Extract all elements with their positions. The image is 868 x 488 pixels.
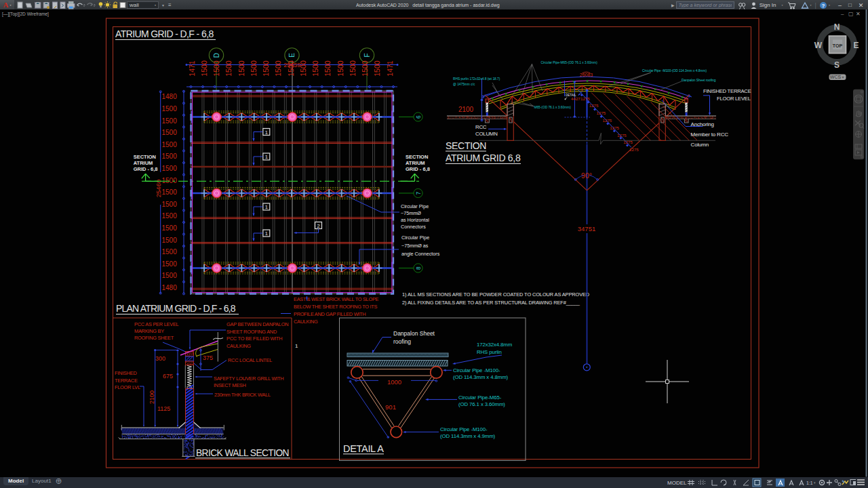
svg-text:1) ALL MS SECTIONS ARE TO BE P: 1) ALL MS SECTIONS ARE TO BE POWDER COAT… — [402, 291, 589, 298]
svg-text:Circular Pipe -M100-(OD 114.3m: Circular Pipe -M100-(OD 114.3mm x 4.8mm) — [642, 69, 707, 73]
svg-text:(OD 114.3mm x 4.8mm): (OD 114.3mm x 4.8mm) — [453, 374, 509, 380]
svg-text:1500: 1500 — [162, 105, 178, 113]
svg-text:1:1: 1:1 — [806, 481, 813, 485]
svg-text:PCC AS PER LEVEL: PCC AS PER LEVEL — [134, 321, 179, 327]
svg-text:GRID - 6,8: GRID - 6,8 — [406, 166, 430, 172]
svg-text:RCC: RCC — [475, 124, 487, 130]
svg-text:1500: 1500 — [224, 60, 233, 77]
svg-text:E: E — [288, 53, 296, 58]
svg-text:4427: 4427 — [571, 96, 580, 101]
svg-text:1500: 1500 — [200, 60, 208, 77]
svg-text:SECTION: SECTION — [134, 154, 156, 160]
svg-text:as Horizontal: as Horizontal — [401, 217, 429, 223]
svg-text:1500: 1500 — [323, 60, 332, 77]
svg-text:RHS purlin 172x32x4.8 (wt 18.7: RHS purlin 172x32x4.8 (wt 18.7) — [453, 77, 500, 81]
svg-text:1275: 1275 — [617, 133, 627, 138]
svg-text:Member to RCC: Member to RCC — [691, 131, 729, 138]
svg-text:M65-(OD 76.1 x 3.60mm): M65-(OD 76.1 x 3.60mm) — [534, 106, 571, 109]
svg-text:ATRIUM GRID 6,8: ATRIUM GRID 6,8 — [446, 152, 521, 163]
svg-text:PLAN ATRIUM GRID - D,F - 6,8: PLAN ATRIUM GRID - D,F - 6,8 — [116, 303, 236, 314]
svg-text:1: 1 — [265, 230, 268, 237]
svg-text:Danpalon Sheet roofing: Danpalon Sheet roofing — [682, 79, 716, 82]
svg-text:W: W — [814, 41, 823, 50]
svg-text:1500: 1500 — [162, 260, 178, 268]
svg-text:S: S — [834, 60, 840, 70]
svg-text:GRID - 6,8: GRID - 6,8 — [134, 166, 158, 172]
svg-text:1500: 1500 — [162, 248, 178, 256]
svg-text:7: 7 — [415, 191, 422, 195]
svg-text:1480: 1480 — [162, 284, 178, 291]
svg-text:1: 1 — [265, 154, 268, 160]
svg-text:RCC LOCAL LINTEL: RCC LOCAL LINTEL — [228, 357, 272, 363]
svg-text:DETAIL A: DETAIL A — [343, 443, 384, 454]
svg-text:E: E — [853, 41, 859, 50]
svg-text:1500: 1500 — [373, 60, 381, 77]
svg-text:1471: 1471 — [188, 60, 196, 77]
svg-text:1500: 1500 — [162, 272, 178, 279]
svg-text:1500: 1500 — [162, 129, 178, 136]
svg-text:8: 8 — [415, 266, 422, 270]
svg-text:Circular Pipe -M100-: Circular Pipe -M100- — [453, 367, 500, 373]
svg-text:1500: 1500 — [336, 60, 344, 77]
svg-text:PROFILE AND GAP FILLED WITH: PROFILE AND GAP FILLED WITH — [294, 311, 366, 317]
svg-text:1500: 1500 — [349, 60, 357, 77]
svg-text:675: 675 — [163, 373, 173, 380]
svg-text:GAP BETWEEN DANPALON: GAP BETWEEN DANPALON — [226, 321, 288, 327]
svg-text:CAULKING: CAULKING — [294, 319, 318, 325]
svg-text:300: 300 — [155, 355, 165, 362]
svg-text:2: 2 — [317, 223, 319, 229]
svg-text:1500: 1500 — [212, 60, 220, 77]
svg-text:34751: 34751 — [578, 225, 595, 232]
svg-text:~75mmØ: ~75mmØ — [401, 210, 421, 216]
svg-text:1480: 1480 — [162, 93, 178, 100]
svg-text:1500: 1500 — [311, 60, 319, 77]
svg-text:2100: 2100 — [458, 106, 474, 113]
svg-text:(OD 76.1 x 3.60mm): (OD 76.1 x 3.60mm) — [458, 401, 505, 407]
svg-text:1000: 1000 — [387, 378, 401, 386]
svg-text:901: 901 — [385, 403, 396, 411]
svg-text:EAST & WEST BRICK WALL TO SLOP: EAST & WEST BRICK WALL TO SLOPE — [294, 296, 379, 302]
svg-text:172x32x4.8mm: 172x32x4.8mm — [477, 342, 512, 348]
svg-text:WCS: WCS — [830, 75, 842, 79]
svg-text:1500: 1500 — [162, 201, 178, 208]
svg-text:Danpalon Sheet: Danpalon Sheet — [393, 330, 435, 337]
svg-text:SAFEFTY LOUVER GRILL WITH: SAFEFTY LOUVER GRILL WITH — [214, 375, 283, 382]
svg-text:[—][Top][2D Wireframe]: [—][Top][2D Wireframe] — [2, 12, 49, 17]
svg-text:6: 6 — [415, 115, 422, 119]
svg-text:TERRACE: TERRACE — [115, 378, 138, 384]
svg-text:ATRIUM GRID - D,F - 6,8: ATRIUM GRID - D,F - 6,8 — [115, 28, 214, 39]
svg-text:▾: ▾ — [814, 481, 816, 485]
svg-text:MODEL: MODEL — [667, 480, 687, 486]
svg-text:230mm THK BRICK WALL: 230mm THK BRICK WALL — [214, 392, 271, 398]
svg-text:?: ? — [821, 3, 825, 9]
svg-text:1125: 1125 — [157, 405, 170, 412]
svg-text:1500: 1500 — [250, 60, 258, 77]
svg-text:1500: 1500 — [162, 165, 178, 172]
svg-text:1275: 1275 — [629, 147, 639, 152]
svg-text:1500: 1500 — [162, 141, 178, 148]
svg-text:1275: 1275 — [597, 110, 606, 115]
svg-text:Circular Pipe-M65-(OD 76.1 x 3: Circular Pipe-M65-(OD 76.1 x 3.60mm) — [541, 61, 598, 64]
svg-text:TOP: TOP — [833, 43, 843, 48]
svg-text:SECTION: SECTION — [446, 140, 486, 151]
svg-text:(OD 114.3mm x 4.9mm): (OD 114.3mm x 4.9mm) — [440, 433, 496, 439]
svg-text:1500: 1500 — [162, 117, 178, 125]
svg-text:roofing: roofing — [393, 338, 411, 345]
svg-text:▾: ▾ — [842, 75, 844, 79]
svg-text:PCC TO BE FILLED WITH: PCC TO BE FILLED WITH — [226, 336, 282, 342]
svg-text:375: 375 — [203, 354, 213, 361]
svg-text:2) ALL FIXING DETAILS ARE TO A: 2) ALL FIXING DETAILS ARE TO AS PER STRU… — [402, 300, 580, 306]
svg-text:COLUMN: COLUMN — [475, 131, 498, 137]
svg-text:1275: 1275 — [589, 103, 599, 108]
svg-text:1: 1 — [265, 129, 268, 136]
svg-text:1500: 1500 — [162, 188, 178, 196]
svg-text:✕: ✕ — [856, 11, 861, 17]
svg-text:▢: ▢ — [848, 11, 854, 17]
svg-text:1275: 1275 — [610, 125, 619, 130]
svg-text:Circular Pipe: Circular Pipe — [401, 203, 429, 209]
svg-text:1: 1 — [295, 343, 298, 349]
svg-text:ROOFING SHEET: ROOFING SHEET — [134, 335, 174, 341]
svg-text:1500: 1500 — [262, 60, 270, 77]
svg-text:1: 1 — [265, 204, 268, 210]
svg-text:RHS purlin: RHS purlin — [477, 349, 502, 355]
